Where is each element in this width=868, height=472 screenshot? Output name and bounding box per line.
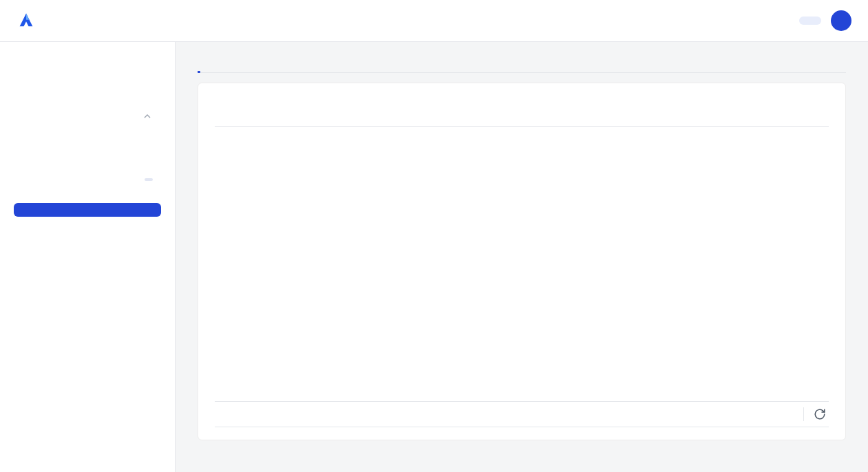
sidebar-subitem-hyper-backup[interactable]	[14, 144, 161, 158]
tab-log[interactable]	[275, 58, 277, 72]
col-header-action	[700, 112, 829, 127]
tab-host-group[interactable]	[217, 58, 220, 72]
main-content	[176, 42, 868, 472]
refresh-button[interactable]	[814, 408, 826, 420]
tab-login-session[interactable]	[198, 58, 200, 72]
sidebar-subitem-file-activity[interactable]	[14, 171, 161, 188]
sidebar-item-overview[interactable]	[14, 58, 161, 72]
group-manager-chip[interactable]	[799, 17, 821, 25]
col-header-client	[454, 112, 589, 127]
tab-bar	[198, 58, 846, 73]
col-header-location	[343, 112, 454, 127]
user-avatar[interactable]	[831, 10, 851, 31]
divider	[803, 407, 804, 421]
sidebar-subitem-login-activity[interactable]	[14, 158, 161, 171]
sidebar-item-management[interactable]	[14, 203, 161, 217]
refresh-icon	[814, 408, 826, 420]
sidebar-item-subscription[interactable]	[14, 218, 161, 232]
brand-logo[interactable]	[17, 11, 43, 30]
sidebar-item-event[interactable]	[14, 89, 161, 103]
sidebar-item-protection[interactable]	[14, 104, 161, 129]
col-header-time	[215, 112, 343, 127]
brand-mark-icon	[17, 11, 36, 30]
table-footer	[215, 401, 829, 427]
app-header	[0, 0, 868, 42]
beta-badge	[145, 178, 153, 181]
header-right	[799, 10, 851, 31]
sidebar-item-report[interactable]	[14, 188, 161, 202]
login-session-panel	[198, 83, 846, 440]
tab-account-delegation[interactable]	[236, 58, 239, 72]
sidebar	[0, 42, 176, 472]
tab-event-policy[interactable]	[255, 58, 258, 72]
chevron-up-icon	[142, 111, 153, 122]
sessions-table	[215, 112, 829, 127]
col-header-ip	[589, 112, 700, 127]
sidebar-subitem-update[interactable]	[14, 130, 161, 144]
sidebar-item-host[interactable]	[14, 74, 161, 87]
